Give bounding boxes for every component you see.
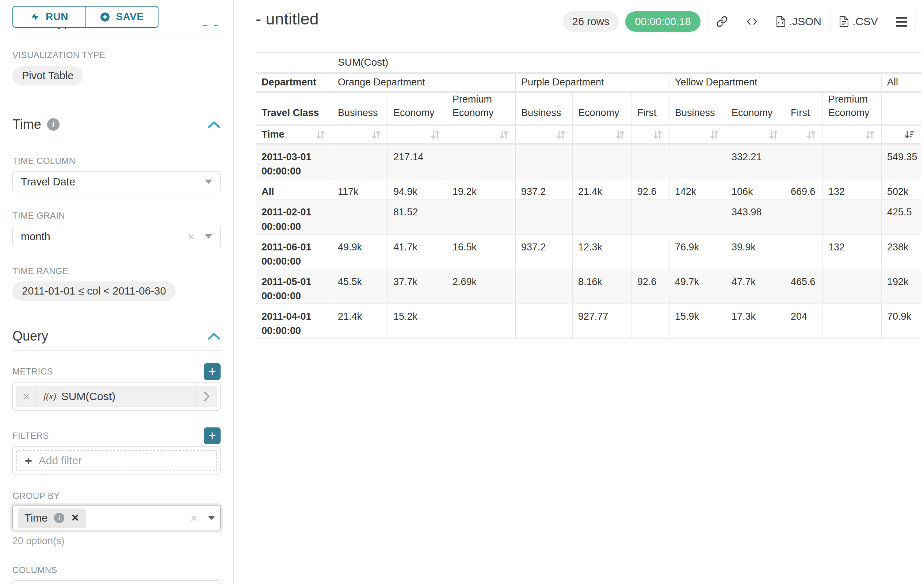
sort-column-7[interactable] <box>726 125 785 144</box>
export-button-group: .JSON .CSV <box>707 11 916 32</box>
pivot-cell <box>516 304 573 338</box>
travel-class-header: Premium Economy <box>447 92 516 125</box>
sort-column-4[interactable] <box>573 125 632 144</box>
sort-column-6[interactable] <box>670 125 726 144</box>
sort-column-5[interactable] <box>632 125 670 144</box>
add-filter-button[interactable]: + Add filter <box>16 450 217 471</box>
sort-column-3[interactable] <box>516 125 573 144</box>
pivot-cell: 16.5k <box>447 234 516 269</box>
add-filter-plus-button[interactable]: + <box>204 428 221 444</box>
expand-metric-icon[interactable] <box>196 386 216 406</box>
travel-class-header: First <box>785 92 823 125</box>
add-metric-button[interactable]: + <box>204 363 221 380</box>
pivot-cell <box>516 199 573 234</box>
pivot-cell: 37.7k <box>388 269 447 304</box>
pivot-cell <box>632 234 670 269</box>
metric-chip[interactable]: × f(x) SUM(Cost) <box>16 386 217 407</box>
pivot-cell: 927.77 <box>573 304 632 338</box>
pivot-row-label: 2011-05-01 00:00:00 <box>256 269 332 304</box>
collapse-chevron-clipped-icon[interactable] <box>214 25 218 26</box>
travel-class-header: Economy <box>573 92 632 125</box>
section-divider <box>12 350 221 351</box>
time-column-select[interactable]: Travel Date <box>12 171 221 192</box>
sort-column-9[interactable] <box>823 125 882 144</box>
pivot-cell: 47.7k <box>726 269 785 304</box>
pivot-cell <box>823 144 882 179</box>
chart-panel: - untitled 26 rows 00:00:00.18 <box>234 0 924 584</box>
pivot-table-container: SUM(Cost)DepartmentOrange DepartmentPurp… <box>256 52 921 339</box>
pivot-row: 2011-04-01 00:00:0021.4k15.2k927.7715.9k… <box>256 304 921 338</box>
metric-name: f(x) SUM(Cost) <box>37 390 196 403</box>
plus-circle-icon <box>100 12 110 22</box>
pivot-row: 2011-03-01 00:00:00217.14332.21549.35 <box>256 144 921 179</box>
clear-icon[interactable]: × <box>190 512 198 524</box>
pivot-cell <box>670 144 726 179</box>
run-save-button-group: RUN SAVE <box>12 6 158 28</box>
pivot-table: SUM(Cost)DepartmentOrange DepartmentPurp… <box>256 52 921 339</box>
time-grain-select[interactable]: month × <box>12 226 221 247</box>
columns-select[interactable]: Department ✕ Travel Class ✕ × <box>12 580 221 584</box>
columns-label: COLUMNS <box>12 565 221 575</box>
sort-column-1[interactable] <box>388 125 447 144</box>
pivot-cell: 81.52 <box>388 199 447 234</box>
travel-class-header: Economy <box>388 92 447 125</box>
run-button[interactable]: RUN <box>13 7 86 27</box>
embed-code-button[interactable] <box>737 12 767 32</box>
pivot-cell <box>332 199 388 234</box>
pivot-row: 2011-02-01 00:00:0081.52343.98425.5 <box>256 199 921 234</box>
remove-metric-icon[interactable]: × <box>16 386 37 406</box>
query-section-title: Query <box>12 329 48 344</box>
superset-explore-app: Chart Type RUN SAVE VISUALIZATION TYPE P… <box>0 0 924 584</box>
info-icon: i <box>47 118 59 131</box>
save-button[interactable]: SAVE <box>86 7 158 27</box>
sort-toggle-icon <box>708 129 720 140</box>
sort-toggle-icon <box>315 129 327 140</box>
pivot-cell: 204 <box>785 304 823 338</box>
filters-container: + Add filter <box>12 446 221 475</box>
pivot-cell: 217.14 <box>388 144 447 179</box>
pivot-cell <box>823 199 882 234</box>
remove-tag-icon[interactable]: ✕ <box>71 512 79 524</box>
pivot-cell: 549.35 <box>882 144 921 179</box>
sort-column-8[interactable] <box>785 125 823 144</box>
menu-button[interactable] <box>887 12 916 32</box>
pivot-cell: 49.7k <box>670 269 726 304</box>
pivot-cell <box>823 269 882 304</box>
copy-link-button[interactable] <box>708 12 737 32</box>
pivot-cell <box>785 144 823 179</box>
pivot-cell: 92.6 <box>632 269 670 304</box>
pivot-cell <box>632 144 670 179</box>
group-by-tag-time[interactable]: Time i ✕ <box>18 508 86 528</box>
export-csv-button[interactable]: .CSV <box>830 12 887 32</box>
time-range-chip[interactable]: 2011-01-01 ≤ col < 2011-06-30 <box>12 281 176 301</box>
department-group-header: Purple Department <box>516 73 670 92</box>
export-json-button[interactable]: .JSON <box>767 12 830 32</box>
clear-icon[interactable]: × <box>187 230 195 243</box>
pivot-corner-cell <box>256 53 332 73</box>
sort-column-2[interactable] <box>447 125 516 144</box>
chevron-down-icon <box>205 179 212 184</box>
department-group-header: Orange Department <box>332 73 516 92</box>
metrics-container: × f(x) SUM(Cost) <box>12 382 221 411</box>
time-section-header: Time i <box>12 117 221 132</box>
pivot-cell: 937.2 <box>516 234 573 269</box>
pivot-cell <box>785 234 823 269</box>
sort-toggle-icon <box>652 129 663 140</box>
time-column-value: Travel Date <box>21 176 75 188</box>
visualization-type-chip[interactable]: Pivot Table <box>12 66 83 86</box>
sort-toggle-icon <box>805 129 817 140</box>
pivot-cell: 45.5k <box>332 269 388 304</box>
sort-column-0[interactable] <box>332 125 388 144</box>
department-group-header: Yellow Department <box>670 73 882 92</box>
travel-class-header <box>882 92 921 125</box>
pivot-cell <box>632 304 670 338</box>
pivot-row-label: 2011-02-01 00:00:00 <box>256 199 332 234</box>
collapse-chevron-clipped-icon[interactable] <box>203 25 208 26</box>
sort-column-10[interactable] <box>882 125 921 144</box>
group-by-select[interactable]: Time i ✕ × <box>12 505 221 530</box>
pivot-cell: 12.3k <box>573 234 632 269</box>
control-panel-sidebar: Chart Type RUN SAVE VISUALIZATION TYPE P… <box>0 0 234 584</box>
chevron-up-icon[interactable] <box>208 120 221 128</box>
time-row-header-sort[interactable]: Time <box>256 125 332 144</box>
chevron-up-icon[interactable] <box>208 332 221 340</box>
